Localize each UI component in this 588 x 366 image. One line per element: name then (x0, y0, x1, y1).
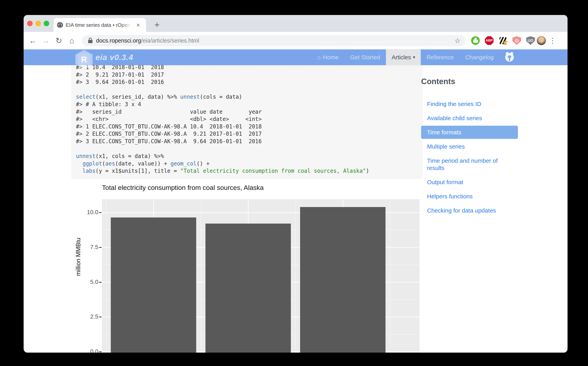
tab-close-icon[interactable]: × (135, 22, 142, 29)
chart-title: Total electricity consumption from coal … (102, 184, 264, 191)
code-function-token: unnest (76, 153, 96, 159)
traffic-lights (27, 21, 49, 26)
code-text-token: ) (366, 168, 369, 174)
browser-window: EIA time series data • rOpenSci: e × + ←… (24, 15, 567, 353)
github-body (509, 58, 510, 61)
code-function-token: select (76, 94, 96, 100)
bookmark-star-icon[interactable]: ☆ (455, 37, 461, 45)
tab-favicon-globe-icon (57, 22, 63, 28)
lock-icon (88, 38, 93, 44)
nav-item-reference[interactable]: Reference (421, 49, 459, 65)
browser-menu-icon[interactable]: ⋮ (549, 37, 556, 45)
site-brand[interactable]: eia v0.3.4 (96, 49, 133, 65)
traffic-light-zoom[interactable] (44, 21, 49, 26)
home-icon[interactable]: ⌂ (65, 36, 78, 45)
code-function-token: unnest (180, 94, 200, 100)
y-tick-label: 5.0 (77, 279, 98, 285)
web-page: R eia v0.3.4 ⌂HomeGet StartedArticles▾Re… (24, 49, 567, 353)
url-text[interactable]: docs.ropensci.org/eia/articles/series.ht… (96, 38, 455, 44)
y-tick-label: 2.5 (77, 313, 98, 320)
github-icon (505, 53, 514, 62)
code-function-token: geom_col (170, 160, 196, 167)
nav-item-github[interactable] (500, 49, 520, 65)
code-text-token: #> 2 9.21 2017-01-01 2017 (76, 71, 164, 78)
address-bar[interactable]: docs.ropensci.org/eia/articles/series.ht… (82, 35, 466, 46)
toc-link-finding-the-series-id[interactable]: Finding the series ID (421, 97, 518, 111)
home-glyph-icon: ⌂ (317, 54, 321, 61)
traffic-light-close[interactable] (27, 21, 33, 26)
code-function-token: ggplot (82, 160, 102, 167)
chart-bar-2017-01-01 (206, 224, 291, 353)
contents-list: Finding the series IDAvailable child ser… (421, 97, 531, 217)
y-tick-mark (99, 247, 102, 248)
code-text-token: (cols = data) (200, 94, 242, 100)
desktop-background: EIA time series data • rOpenSci: e × + ←… (0, 0, 588, 366)
code-text-token: #> 3 9.64 2016-01-01 2016 (76, 79, 164, 85)
nav-item-label: Articles (392, 54, 411, 61)
back-icon[interactable]: ← (26, 36, 39, 45)
tab-strip: EIA time series data • rOpenSci: e × + (24, 15, 567, 32)
contents-sidebar: Contents Finding the series IDAvailable … (421, 77, 531, 218)
r-code-block[interactable]: #> 1 10.4 2018-01-01 2018 #> 2 9.21 2017… (71, 55, 423, 179)
gridline-minor-vertical (106, 199, 106, 353)
profile-avatar[interactable] (537, 36, 546, 45)
code-text-token: () + (197, 160, 210, 167)
code-text-token: #> 1 ELEC.CONS_TOT_BTU.COW-AK-98.A 10.4 … (76, 123, 262, 130)
code-text-token: #> 2 ELEC.CONS_TOT_BTU.COW-AK-98.A 9.21 … (76, 131, 262, 137)
y-tick-mark (99, 282, 102, 283)
code-text-token: ( (102, 160, 105, 167)
chart-y-axis-label: million MMBtu (75, 237, 82, 276)
code-text-token: (x1, series_id, data) %>% (96, 94, 180, 100)
extension-badge: 3 (504, 41, 507, 45)
toc-link-multiple-series[interactable]: Multiple series (421, 140, 518, 153)
y-tick-mark (99, 351, 102, 352)
privacy-badger-icon[interactable]: 3 (499, 36, 507, 45)
nav-item-changelog[interactable]: Changelog (460, 49, 500, 65)
traffic-light-minimize[interactable] (36, 21, 41, 26)
nav-item-label: Reference (426, 54, 454, 61)
extensions-row: ABP3⊘UO (471, 36, 535, 45)
toc-link-output-format[interactable]: Output format (421, 175, 518, 189)
github-face (508, 55, 511, 58)
code-text-token: (x1, cols = data) %>% (96, 153, 164, 159)
toc-link-checking-for-data-updates[interactable]: Checking for data updates (421, 204, 518, 217)
nav-item-home[interactable]: ⌂Home (311, 49, 344, 65)
article-main-column: #> 1 10.4 2018-01-01 2018 #> 2 9.21 2017… (71, 49, 423, 353)
nav-item-label: Home (323, 54, 339, 61)
code-text-token: #> <chr> <dbl> <date> <int> (76, 116, 262, 122)
gridline-minor-vertical (390, 199, 390, 353)
code-text-token: #> # A tibble: 3 x 4 (76, 101, 141, 107)
adblock-plus-icon[interactable]: ABP (485, 36, 493, 45)
code-text-token: #> series_id value date year (76, 108, 262, 115)
toc-link-available-child-series[interactable]: Available child series (421, 112, 518, 125)
toc-link-helpers-functions[interactable]: Helpers functions (421, 190, 518, 203)
nav-item-label: Changelog (465, 54, 494, 61)
browser-tab[interactable]: EIA time series data • rOpenSci: e × (53, 18, 146, 32)
new-tab-button[interactable]: + (151, 19, 163, 31)
nav-item-articles[interactable]: Articles▾ (386, 49, 421, 65)
reload-icon[interactable]: ↻ (52, 36, 65, 45)
toc-link-time-period-and-number-of-results[interactable]: Time period and number of results (421, 154, 518, 175)
gridline-minor-vertical (295, 199, 296, 353)
y-tick-mark (99, 317, 102, 317)
forward-icon[interactable]: → (39, 36, 52, 45)
blocker-shield-icon[interactable]: ⊘ (512, 36, 521, 45)
code-function-token: labs (82, 168, 96, 174)
y-tick-label: 7.5 (77, 244, 98, 250)
y-tick-label: 10.0 (77, 209, 98, 215)
code-string-token: "Total electricity consumption from coal… (180, 168, 366, 174)
contents-heading: Contents (421, 77, 531, 86)
browser-toolbar: ← → ↻ ⌂ docs.ropensci.org/eia/articles/s… (24, 32, 567, 49)
like-extension-icon[interactable] (471, 36, 480, 45)
url-host: docs.ropensci.org (96, 38, 141, 44)
logo-letter: R (81, 55, 87, 64)
code-text-token (76, 168, 82, 174)
url-path: /eia/articles/series.html (141, 38, 199, 44)
toc-link-time-formats[interactable]: Time formats (421, 126, 518, 139)
nav-item-get-started[interactable]: Get Started (344, 49, 386, 65)
nav-item-label: Get Started (350, 54, 380, 61)
ublock-origin-icon[interactable]: UO (526, 36, 535, 45)
y-tick-mark (99, 212, 102, 213)
code-text-token: (date, value)) + (115, 160, 170, 167)
chart-panel (102, 199, 419, 353)
